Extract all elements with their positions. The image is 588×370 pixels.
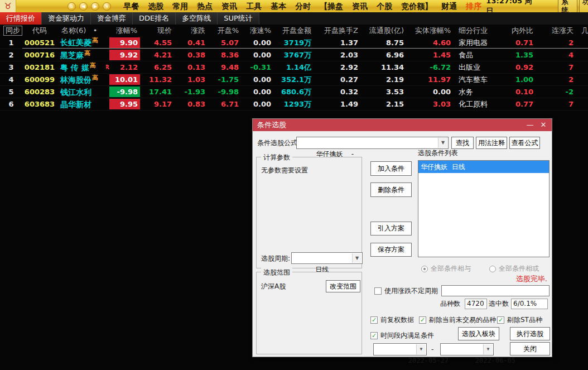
collapse-icon[interactable]: ∨	[103, 2, 111, 11]
column-header-0[interactable]: 同步	[0, 25, 22, 37]
stock-row-603683[interactable]: 6603683晶华新材9.959.170.836.710.001293万1.49…	[0, 98, 588, 110]
column-header-10[interactable]: 流通股(亿)	[362, 25, 407, 37]
cell-speed-pct: 0.00	[242, 74, 274, 85]
column-header-9[interactable]: 开盘换手Z	[315, 25, 362, 37]
column-header-15[interactable]: 几	[577, 25, 588, 37]
chevron-down-icon[interactable]: ▼	[352, 253, 362, 263]
view-formula-button[interactable]: 查看公式	[509, 137, 540, 149]
stock-row-002181[interactable]: 3002181粤 传 媒高R2.126.250.139.48-0.311.14亿…	[0, 61, 588, 74]
tab-资金驱动力[interactable]: 资金驱动力	[42, 12, 91, 25]
column-header-7[interactable]: 涨速%	[242, 25, 274, 37]
chevron-down-icon[interactable]: ▼	[483, 344, 493, 354]
add-condition-button[interactable]: 加入条件	[370, 161, 412, 176]
column-header-12[interactable]: 细分行业	[454, 25, 502, 37]
tab-多空阵线[interactable]: 多空阵线	[176, 12, 218, 25]
close-button[interactable]: 关闭	[510, 342, 550, 355]
stock-row-600283[interactable]: 5600283钱江水利-9.9817.41-1.93-9.980.00680.6…	[0, 86, 588, 98]
cell-trailing	[577, 86, 588, 98]
forward-icon[interactable]: ▶	[91, 2, 99, 11]
row-number: 1	[0, 37, 22, 49]
chevron-down-icon[interactable]: ▼	[416, 344, 426, 354]
time-range-checkbox[interactable]: ✓ 时间段内满足条件	[370, 331, 434, 340]
column-header-14[interactable]: 连涨天	[537, 25, 577, 37]
menu-item-工具[interactable]: 工具	[242, 0, 266, 12]
column-header-4[interactable]: 现价	[141, 25, 175, 37]
menu-item-早餐[interactable]: 早餐	[119, 0, 143, 12]
back-icon[interactable]: ◀	[79, 2, 88, 11]
date-to-combobox[interactable]: 2022-06-05 ▼	[440, 343, 494, 355]
variable-period-input[interactable]	[441, 285, 550, 296]
menu-item-选股[interactable]: 选股	[143, 0, 168, 12]
menu-item-热点[interactable]: 热点	[192, 0, 217, 12]
cell-open-pct: 5.07	[209, 37, 242, 49]
menu-item-分时[interactable]: 分时	[291, 0, 315, 12]
column-header-2[interactable]: 名称(6) •	[57, 25, 106, 37]
cell-speed-pct: 0.00	[242, 98, 274, 110]
remove-st-checkbox[interactable]: ✓ 剔除ST品种	[497, 315, 542, 325]
dialog-title-bar[interactable]: 条件选股 — ✕	[253, 119, 552, 131]
column-header-5[interactable]: 涨跌	[175, 25, 209, 37]
menu-item-基本[interactable]: 基本	[266, 0, 291, 12]
row-number: 5	[0, 86, 22, 98]
period-combobox[interactable]: 日线 ▼	[291, 252, 363, 264]
calc-params-label: 计算参数	[261, 153, 292, 162]
remove-untraded-checkbox[interactable]: ✓ 剔除当前未交易的品种	[419, 315, 496, 325]
sync-toggle[interactable]: 同步	[3, 26, 22, 36]
cell-float-shares: 2.19	[362, 74, 407, 85]
menu-item-竞价额】[interactable]: 竞价额】	[397, 0, 437, 12]
stock-row-600099[interactable]: 4600099林海股份高10.0111.321.03-1.750.00352.1…	[0, 74, 588, 86]
close-icon[interactable]: ✕	[537, 119, 550, 131]
tab-资金博弈[interactable]: 资金博弈	[91, 12, 133, 25]
menu-item-财通[interactable]: 财通	[437, 0, 461, 12]
stock-row-000521[interactable]: 1000521长虹美菱高9.904.550.415.070.003719万1.3…	[0, 37, 588, 49]
formula-label: 条件选股公式	[257, 137, 297, 149]
cell-open-amount: 680.6万	[274, 86, 315, 98]
change-range-button[interactable]: 改变范围	[326, 280, 360, 292]
forward-adjusted-checkbox[interactable]: ✓ 前复权数据	[370, 315, 414, 325]
bull-logo-icon[interactable]: ♉	[0, 0, 16, 12]
condition-listbox[interactable]: 华仔擒妖 日线	[418, 160, 550, 257]
menu-item-个股[interactable]: 个股	[372, 0, 397, 12]
cell-in-out-ratio: 1.00	[502, 74, 537, 85]
home-icon[interactable]: ⌂	[68, 2, 76, 11]
import-plan-button[interactable]: 引入方案	[370, 222, 412, 236]
change-percent-badge: 9.95	[109, 99, 140, 109]
column-header-8[interactable]: 开盘金额	[274, 25, 315, 37]
date-from-combobox[interactable]: 2022-05-27 ▼	[373, 343, 427, 355]
stock-name-text: 林海股份	[60, 74, 91, 85]
menu-items: 早餐选股常用热点资讯工具基本分时【操盘资讯个股竞价额】财通排序	[119, 0, 486, 12]
stock-code: 600099	[22, 74, 57, 85]
menu-item-常用[interactable]: 常用	[168, 0, 192, 12]
tab-DDE排名[interactable]: DDE排名	[133, 12, 176, 25]
column-header-11[interactable]: 实体涨幅%	[407, 25, 454, 37]
checkbox-icon: ✓	[374, 287, 382, 295]
execute-pick-button[interactable]: 执行选股	[510, 327, 550, 340]
stock-name-text: 黑芝麻	[60, 49, 84, 61]
tab-SUP统计[interactable]: SUP统计	[218, 12, 259, 25]
stock-code: 000716	[22, 49, 57, 61]
column-header-1[interactable]: 代码	[22, 25, 57, 37]
quote-tab-bar: 行情报价资金驱动力资金博弈DDE排名多空阵线SUP统计	[0, 12, 588, 25]
pick-into-block-button[interactable]: 选股入板块	[458, 327, 499, 340]
checkbox-icon: ✓	[370, 332, 378, 339]
stock-row-000716[interactable]: 2000716黑芝麻高9.924.210.388.360.003767万2.03…	[0, 49, 588, 61]
condition-stock-picker-dialog: 条件选股 — ✕ 条件选股公式 华仔擒妖 - ▼ 查找 用法注释 查看公式 计算…	[252, 118, 552, 357]
variable-period-checkbox[interactable]: ✓ 使用涨跌不定周期	[374, 286, 438, 296]
column-header-13[interactable]: 内外比	[502, 25, 537, 37]
minimize-icon[interactable]: —	[524, 119, 536, 131]
menu-item-资讯[interactable]: 资讯	[217, 0, 242, 12]
variable-period-label: 使用涨跌不定周期	[384, 286, 438, 296]
column-header-3[interactable]: 涨幅%	[106, 25, 141, 37]
column-header-6[interactable]: 开盘%	[209, 25, 242, 37]
tab-行情报价[interactable]: 行情报价	[0, 12, 42, 25]
condition-list-item[interactable]: 华仔擒妖 日线	[418, 161, 549, 173]
save-plan-button[interactable]: 保存方案	[370, 243, 412, 257]
row-number: 4	[0, 74, 22, 85]
usage-note-button[interactable]: 用法注释	[476, 137, 507, 149]
radio-all-and-label: 全部条件相与	[431, 264, 471, 273]
delete-condition-button[interactable]: 删除条件	[370, 182, 412, 197]
menu-item-资讯[interactable]: 资讯	[348, 0, 372, 12]
menu-item-排序[interactable]: 排序	[461, 0, 486, 12]
menu-item-【操盘[interactable]: 【操盘	[315, 0, 348, 12]
calc-params-group: 计算参数 无参数需要设置 选股周期: 日线 ▼	[256, 157, 362, 268]
